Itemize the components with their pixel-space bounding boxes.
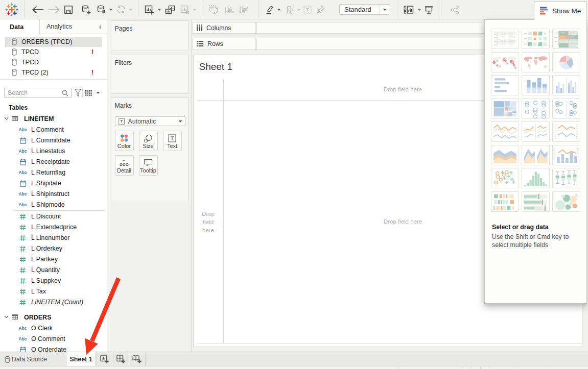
showme-thumb-box-and-whisker[interactable] [552, 168, 580, 188]
mark-type-dropdown[interactable]: Automatic [115, 116, 185, 126]
swap-rows-columns-button[interactable] [209, 0, 219, 19]
showme-thumb-area-discrete[interactable] [522, 145, 550, 165]
field-row[interactable]: O Orderdate [0, 345, 107, 352]
showme-thumb-side-by-side-circles[interactable] [552, 99, 580, 119]
showme-thumb-filled-map[interactable] [522, 52, 550, 72]
showme-thumb-highlight-table[interactable]: 123542748685250310530 [552, 29, 580, 49]
undo-button[interactable] [32, 0, 44, 19]
new-dashboard-tab-button[interactable] [113, 352, 129, 366]
showme-thumb-circle-views[interactable] [522, 99, 550, 119]
fit-selector[interactable]: Standard [339, 4, 389, 15]
showme-thumb-line-chart[interactable] [552, 121, 580, 142]
pause-updates-dropdown[interactable] [108, 0, 113, 19]
run-update-dropdown[interactable] [128, 0, 133, 19]
chevron-down-icon[interactable] [4, 117, 9, 120]
showme-thumb-symbol-map[interactable] [491, 52, 519, 72]
showme-thumb-scatter-plot[interactable] [491, 168, 519, 188]
highlight-button[interactable] [265, 0, 275, 19]
new-datasource-button[interactable] [81, 0, 91, 19]
new-worksheet-tab-button[interactable] [97, 352, 113, 366]
showme-thumb-area-continuous[interactable] [491, 145, 519, 165]
tab-data[interactable]: Data [0, 19, 39, 34]
fix-axes-button[interactable] [316, 0, 325, 19]
marks-detail-button[interactable]: Detail [115, 155, 134, 176]
new-worksheet-button[interactable] [144, 0, 154, 19]
marks-text-button[interactable]: Text [163, 131, 182, 151]
datasource-row[interactable]: ORDERS (TPCD) [0, 37, 107, 47]
field-row[interactable]: L Suppkey [0, 276, 107, 286]
mark-type-dropdown-icon[interactable] [176, 117, 185, 126]
field-row[interactable]: AbcO Clerk [0, 323, 107, 334]
datasource-row[interactable]: TPCD [0, 57, 107, 67]
search-box[interactable] [4, 88, 72, 98]
filter-fields-icon[interactable] [75, 89, 81, 97]
clear-sheet-button[interactable] [180, 0, 190, 19]
marks-card[interactable]: MarksAutomaticColorSizeTextDetailTooltip [111, 97, 189, 202]
share-workbook-button[interactable] [450, 0, 460, 19]
field-row[interactable]: L Receiptdate [0, 157, 107, 167]
show-mark-labels-button[interactable] [302, 0, 312, 19]
group-members-dropdown[interactable] [296, 0, 301, 19]
field-row[interactable]: L Shipdate [0, 178, 107, 189]
pause-updates-button[interactable] [97, 0, 107, 19]
field-row[interactable]: L Tax [0, 286, 107, 297]
save-button[interactable] [63, 0, 73, 19]
showme-thumb-bullet-graph[interactable] [522, 191, 550, 212]
sort-descending-button[interactable] [239, 0, 248, 19]
showme-thumb-lines-continuous[interactable] [491, 121, 519, 142]
chevron-down-icon[interactable] [4, 315, 9, 318]
sheet1-tab[interactable]: Sheet 1 [66, 352, 96, 366]
showme-thumb-side-by-side-bars[interactable] [552, 75, 580, 95]
field-row[interactable]: AbcL Returnflag [0, 167, 107, 178]
marks-size-button[interactable]: Size [139, 131, 158, 151]
new-worksheet-dropdown[interactable] [157, 0, 161, 19]
field-row[interactable]: LINEITEM (Count) [0, 297, 107, 308]
field-row[interactable]: L Quantity [0, 265, 107, 276]
showme-thumb-pie-chart[interactable] [552, 52, 580, 72]
show-hide-cards-button[interactable] [403, 0, 414, 19]
field-row[interactable]: L Orderkey [0, 243, 107, 254]
showme-thumb-histogram[interactable] [522, 168, 550, 188]
highlight-dropdown[interactable] [276, 0, 281, 19]
showme-thumb-text-table[interactable]: 1234578550905422202859675322 [491, 29, 519, 49]
field-row[interactable]: L Partkey [0, 254, 107, 265]
showme-thumb-lines-discrete[interactable] [522, 121, 550, 142]
data-source-tab[interactable]: Data Source [0, 352, 47, 366]
field-row[interactable]: AbcL Linestatus [0, 146, 107, 157]
table-header-row[interactable]: LINEITEM [0, 114, 107, 125]
presentation-mode-button[interactable] [424, 0, 434, 19]
showme-thumb-stacked-bars[interactable] [522, 75, 550, 95]
field-row[interactable]: L Extendedprice [0, 222, 107, 233]
duplicate-button[interactable] [164, 0, 175, 19]
showme-thumb-gantt[interactable] [491, 191, 519, 212]
redo-button[interactable] [48, 0, 60, 19]
showme-thumb-treemap[interactable] [491, 99, 519, 119]
tab-analytics[interactable]: Analytics‹ [39, 19, 107, 34]
field-row[interactable]: AbcO Comment [0, 334, 107, 345]
drop-hint-rows[interactable]: Dropfieldhere [194, 210, 223, 234]
filters-card[interactable]: Filters [111, 55, 189, 94]
marks-tooltip-button[interactable]: Tooltip [139, 155, 158, 176]
datasource-row[interactable]: TPCD (2)! [0, 67, 107, 78]
view-options-dropdown-icon[interactable] [96, 91, 100, 94]
clear-sheet-dropdown[interactable] [192, 0, 197, 19]
sort-ascending-button[interactable] [224, 0, 234, 19]
group-members-button[interactable] [286, 0, 294, 19]
datasource-row[interactable]: TPCD! [0, 47, 107, 57]
fit-selector-dropdown-icon[interactable] [380, 5, 389, 14]
view-options-icon[interactable] [85, 90, 92, 96]
show-me-button[interactable]: Show Me [534, 1, 587, 20]
field-row[interactable]: AbcL Shipmode [0, 200, 107, 210]
table-header-row[interactable]: ORDERS [0, 312, 107, 323]
field-row[interactable]: L Linenumber [0, 233, 107, 243]
field-row[interactable]: L Commitdate [0, 135, 107, 146]
new-story-tab-button[interactable] [129, 352, 145, 366]
pane-collapse-icon[interactable]: ‹ [97, 23, 104, 30]
field-row[interactable]: AbcL Shipinstruct [0, 189, 107, 200]
run-update-button[interactable] [116, 0, 126, 19]
show-hide-cards-dropdown[interactable] [417, 0, 421, 19]
showme-thumb-dual-combination[interactable] [552, 145, 580, 165]
field-row[interactable]: L Discount [0, 211, 107, 222]
search-input[interactable] [8, 89, 62, 96]
field-row[interactable]: AbcL Comment [0, 125, 107, 135]
